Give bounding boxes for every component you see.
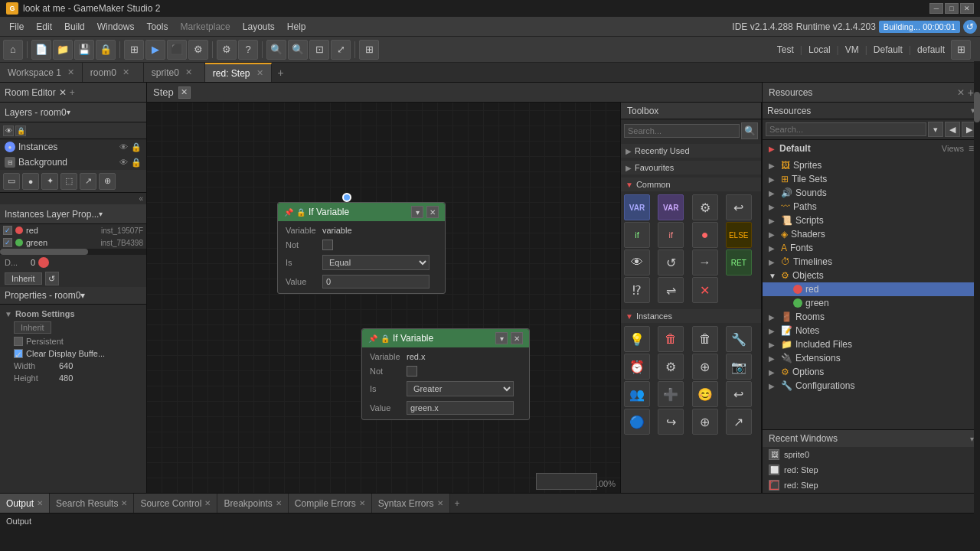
out-tab-syntax-errors[interactable]: Syntax Errors ✕ (372, 494, 450, 513)
close-source-control-tab[interactable]: ✕ (204, 499, 211, 507)
sync-icon[interactable]: ↺ (963, 20, 977, 34)
layer-tb-star[interactable]: ✦ (41, 173, 58, 190)
res-sounds[interactable]: ▶ 🔊 Sounds (763, 186, 980, 200)
res-shaders[interactable]: ▶ ◈ Shaders (763, 227, 980, 241)
res-fonts[interactable]: ▶ A Fonts (763, 241, 980, 255)
close-button[interactable]: ✕ (960, 3, 974, 14)
res-sprites[interactable]: ▶ 🖼 Sprites (763, 158, 980, 172)
res-included-files[interactable]: ▶ 📁 Included Files (763, 337, 980, 351)
res-rooms[interactable]: ▶ 🚪 Rooms (763, 310, 980, 324)
menu-help[interactable]: Help (281, 20, 312, 34)
toolbox-if[interactable]: if (624, 222, 650, 248)
persistent-checkbox[interactable] (14, 337, 23, 346)
res-notes[interactable]: ▶ 📝 Notes (763, 324, 980, 337)
toolbox-execute[interactable]: ⚙ (692, 194, 718, 220)
play-button[interactable]: ▶ (145, 40, 165, 60)
menu-build[interactable]: Build (58, 20, 91, 34)
minimize-button[interactable]: ─ (929, 3, 943, 14)
resources-nav-prev[interactable]: ◀ (945, 122, 960, 137)
toolbox-x[interactable]: ✕ (692, 277, 718, 303)
tb-inst-12[interactable]: ↩ (726, 381, 752, 407)
list-view-button[interactable]: ≡ (969, 143, 974, 154)
inherit-button[interactable]: Inherit (5, 272, 42, 285)
zoom-in-button[interactable]: 🔍 (266, 40, 286, 60)
layer-lock-toggle[interactable]: 🔒 (15, 126, 26, 136)
res-paths[interactable]: ▶ 〰 Paths (763, 200, 980, 214)
zoom-fit-button[interactable]: ⊡ (309, 40, 329, 60)
fullscreen-button[interactable]: ⤢ (331, 40, 351, 60)
tb-inst-4[interactable]: 🔧 (726, 326, 752, 352)
tb-inst-14[interactable]: ↪ (658, 409, 684, 435)
toolbox-search-input[interactable] (624, 124, 740, 138)
tb-inst-7[interactable]: ⊕ (692, 354, 718, 380)
default-btn1[interactable]: Default (874, 44, 903, 55)
tb-inst-13[interactable]: 🔵 (624, 409, 650, 435)
recent-red-step-2[interactable]: ⬛ red: Step (763, 478, 980, 493)
tab-room0[interactable]: room0 ✕ (83, 63, 144, 82)
toolbox-var1[interactable]: VAR (624, 194, 650, 220)
close-compile-errors-tab[interactable]: ✕ (359, 499, 365, 507)
toolbox-q1[interactable]: ⁉ (624, 277, 650, 303)
close-workspace1[interactable]: ✕ (67, 67, 74, 77)
if-var-is-select-1[interactable]: Equal Greater Less (322, 255, 430, 270)
menu-tools[interactable]: Tools (140, 20, 174, 34)
new-button[interactable]: 📄 (31, 40, 51, 60)
if-var-close-2[interactable]: ✕ (511, 332, 523, 344)
resources-close[interactable]: ✕ (957, 87, 965, 98)
views-button[interactable]: Views (942, 144, 964, 153)
close-output-tab[interactable]: ✕ (37, 499, 43, 507)
tb-inst-3[interactable]: 🗑 (692, 326, 718, 352)
toolbox-search-button[interactable]: 🔍 (741, 122, 758, 139)
out-tab-source-control[interactable]: Source Control ✕ (134, 494, 217, 513)
layers-chevron[interactable]: ▾ (67, 108, 70, 116)
test-btn[interactable]: Test (777, 44, 794, 55)
room-inherit-button[interactable]: Inherit (14, 321, 51, 334)
res-options[interactable]: ▶ ⚙ Options (763, 365, 980, 379)
menu-file[interactable]: File (3, 20, 30, 34)
close-red-step[interactable]: ✕ (256, 68, 263, 78)
instance-red-check[interactable]: ✓ (3, 226, 12, 235)
save-button[interactable]: 💾 (74, 40, 94, 60)
default-expand-icon[interactable]: ▶ (769, 145, 775, 153)
toolbox-if2[interactable]: if (658, 222, 684, 248)
close-search-results-tab[interactable]: ✕ (121, 499, 127, 507)
common-header[interactable]: ▼ Common (621, 178, 761, 191)
resources-search-input[interactable] (766, 122, 926, 136)
if-var-value-input-2[interactable] (407, 401, 514, 415)
if-var-collapse-1[interactable]: ▾ (411, 206, 423, 218)
layer-tb-path[interactable]: ⬚ (60, 173, 77, 190)
instances-props-chevron[interactable]: ▾ (99, 210, 103, 218)
toolbox-swap[interactable]: ⇌ (658, 277, 684, 303)
grid-button[interactable]: ⊞ (359, 40, 379, 60)
res-timelines[interactable]: ▶ ⏱ Timelines (763, 255, 980, 269)
lock-button[interactable]: 🔒 (96, 40, 116, 60)
extra-btn[interactable]: ⊞ (951, 40, 971, 60)
stop-button[interactable]: ⬛ (167, 40, 187, 60)
reset-depth-button[interactable]: ↺ (45, 272, 59, 285)
layer-tb-add[interactable]: ⊕ (99, 173, 116, 190)
tab-red-step[interactable]: red: Step ✕ (205, 63, 272, 82)
resources-add[interactable]: + (968, 86, 974, 99)
instance-scrollbar[interactable] (0, 249, 146, 255)
menu-windows[interactable]: Windows (91, 20, 141, 34)
instance-red-row[interactable]: ✓ red inst_19507F (0, 224, 146, 236)
if-var-close-1[interactable]: ✕ (426, 206, 439, 218)
help-button[interactable]: ? (238, 40, 258, 60)
background-vis[interactable]: 👁 (119, 158, 128, 167)
collapse-left[interactable]: « (139, 194, 143, 203)
maximize-button[interactable]: □ (945, 3, 959, 14)
tb-inst-6[interactable]: ⚙ (658, 354, 684, 380)
menu-marketplace[interactable]: Marketplace (174, 20, 236, 34)
res-tilesets[interactable]: ▶ ⊞ Tile Sets (763, 172, 980, 186)
res-object-green[interactable]: green (763, 296, 980, 310)
tab-workspace1[interactable]: Workspace 1 ✕ (0, 63, 83, 82)
if-var-not-checkbox-2[interactable] (407, 366, 417, 377)
properties-chevron[interactable]: ▾ (80, 290, 85, 301)
close-breakpoints-tab[interactable]: ✕ (276, 499, 282, 507)
toolbox-repeat[interactable]: ↺ (658, 249, 684, 276)
recent-red-step-1[interactable]: ⬜ red: Step (763, 462, 980, 478)
out-tab-output[interactable]: Output ✕ (0, 494, 50, 513)
instance-green-check[interactable]: ✓ (3, 238, 12, 247)
toolbox-var2[interactable]: VAR (658, 194, 684, 220)
menu-layouts[interactable]: Layouts (237, 20, 281, 34)
